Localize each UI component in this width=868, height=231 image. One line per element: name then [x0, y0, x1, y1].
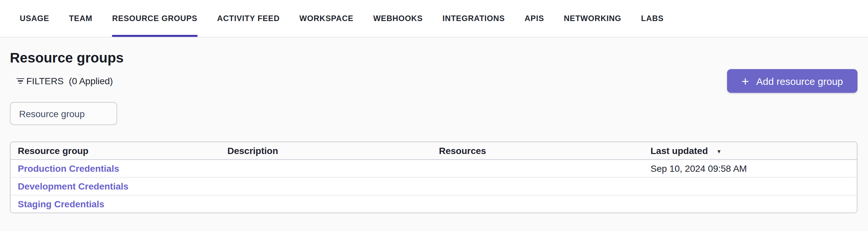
cell-resources	[434, 159, 645, 177]
tab-label: APIS	[525, 14, 544, 23]
cell-resources	[434, 195, 645, 212]
page-title: Resource groups	[10, 51, 858, 65]
column-header-resources: Resources	[434, 142, 645, 159]
tab-labs[interactable]: LABS	[641, 0, 664, 37]
tab-workspace[interactable]: WORKSPACE	[299, 0, 353, 37]
tab-label: TEAM	[69, 14, 92, 23]
resource-group-link-staging[interactable]: Staging Credentials	[18, 199, 104, 209]
sort-desc-arrow-icon: ▼	[716, 149, 722, 155]
tab-label: RESOURCE GROUPS	[112, 14, 197, 23]
tab-label: WORKSPACE	[299, 14, 353, 23]
tab-usage[interactable]: USAGE	[20, 0, 49, 37]
cell-description	[222, 195, 434, 212]
tab-activity-feed[interactable]: ACTIVITY FEED	[217, 0, 280, 37]
cell-description	[222, 177, 434, 195]
filter-list-icon	[16, 77, 24, 85]
tab-label: INTEGRATIONS	[442, 14, 505, 23]
table-row: Production Credentials Sep 10, 2024 09:5…	[10, 159, 857, 177]
table-row: Development Credentials	[10, 177, 857, 195]
tab-label: USAGE	[20, 14, 49, 23]
top-tab-bar: USAGE TEAM RESOURCE GROUPS ACTIVITY FEED…	[0, 0, 868, 37]
tab-apis[interactable]: APIS	[525, 0, 544, 37]
table-header-row: Resource group Description Resources Las…	[10, 142, 857, 159]
tab-label: ACTIVITY FEED	[217, 14, 280, 23]
cell-last-updated	[645, 195, 857, 212]
tab-label: WEBHOOKS	[373, 14, 423, 23]
active-tab-indicator	[112, 35, 197, 37]
column-header-last-updated-label: Last updated	[651, 145, 708, 156]
cell-resources	[434, 177, 645, 195]
main-content: Resource groups FILTERS (0 Applied) + Ad…	[0, 37, 868, 213]
cell-last-updated	[645, 177, 857, 195]
cell-description	[222, 159, 434, 177]
filters-button[interactable]: FILTERS (0 Applied)	[16, 76, 113, 86]
column-header-last-updated[interactable]: Last updated ▼	[645, 142, 857, 159]
tab-networking[interactable]: NETWORKING	[564, 0, 621, 37]
plus-icon: +	[742, 75, 749, 87]
controls-row: FILTERS (0 Applied) + Add resource group	[10, 69, 858, 93]
resource-group-filter-input[interactable]	[10, 102, 117, 125]
column-header-resource-group: Resource group	[10, 142, 222, 159]
tab-label: LABS	[641, 14, 664, 23]
add-resource-group-button[interactable]: + Add resource group	[727, 69, 858, 93]
tab-webhooks[interactable]: WEBHOOKS	[373, 0, 423, 37]
resource-group-link-production[interactable]: Production Credentials	[18, 163, 119, 173]
tab-label: NETWORKING	[564, 14, 621, 23]
resource-groups-table: Resource group Description Resources Las…	[10, 141, 858, 213]
table-row: Staging Credentials	[10, 195, 857, 212]
resource-group-link-development[interactable]: Development Credentials	[18, 180, 128, 191]
add-resource-group-label: Add resource group	[756, 75, 843, 87]
column-header-description: Description	[222, 142, 434, 159]
tab-resource-groups[interactable]: RESOURCE GROUPS	[112, 0, 197, 37]
app-root: USAGE TEAM RESOURCE GROUPS ACTIVITY FEED…	[0, 0, 868, 231]
filters-label: FILTERS	[26, 76, 64, 86]
tab-team[interactable]: TEAM	[69, 0, 92, 37]
tab-integrations[interactable]: INTEGRATIONS	[442, 0, 505, 37]
filters-applied-count: (0 Applied)	[69, 76, 113, 86]
cell-last-updated: Sep 10, 2024 09:58 AM	[645, 159, 857, 177]
